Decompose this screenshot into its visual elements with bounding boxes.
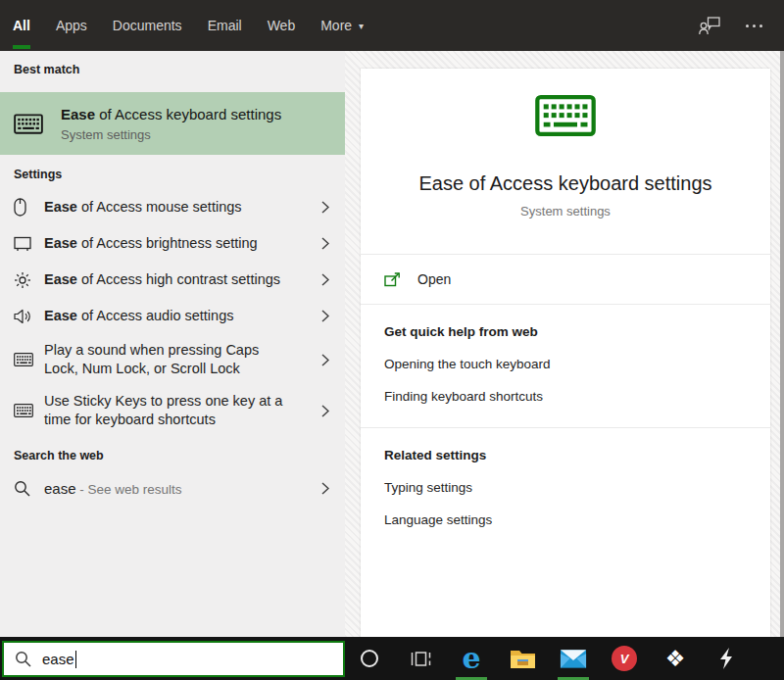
task-view-icon[interactable] bbox=[407, 637, 434, 680]
lightning-icon[interactable] bbox=[712, 637, 740, 680]
flyout-right-edge bbox=[780, 51, 784, 637]
contrast-sun-icon bbox=[14, 271, 37, 289]
preview-hero: Ease of Access keyboard settings System … bbox=[361, 69, 770, 254]
open-label: Open bbox=[417, 271, 451, 287]
result-play-sound-lock-keys[interactable]: Play a sound when pressing Caps Lock, Nu… bbox=[0, 334, 345, 385]
related-settings-header: Related settings bbox=[384, 448, 747, 462]
result-label: Play a sound when pressing Caps Lock, Nu… bbox=[44, 336, 289, 383]
tabs: All Apps Documents Email Web More ▾ bbox=[0, 0, 376, 51]
active-tab-underline bbox=[13, 45, 30, 49]
related-link-language-settings[interactable]: Language settings bbox=[384, 512, 747, 527]
result-label: Ease of Access high contrast settings bbox=[44, 266, 280, 294]
result-label-rest: of Access high contrast settings bbox=[77, 271, 280, 287]
search-flyout: Best match Ease of Access keyboard setti… bbox=[0, 51, 784, 637]
tab-apps[interactable]: Apps bbox=[43, 0, 100, 51]
tab-web-label: Web bbox=[268, 18, 296, 33]
file-explorer-icon[interactable] bbox=[509, 637, 536, 680]
expressvpn-glyph: V bbox=[620, 652, 629, 666]
preview-panel: Ease of Access keyboard settings System … bbox=[345, 51, 784, 637]
keyboard-icon bbox=[535, 94, 596, 137]
result-label: Ease of Access brightness setting bbox=[44, 229, 258, 258]
dropbox-icon[interactable]: ❖ bbox=[662, 637, 689, 680]
chevron-right-icon bbox=[321, 405, 329, 417]
result-label-rest: Use Sticky Keys to press one key at a ti… bbox=[44, 393, 282, 427]
tab-documents[interactable]: Documents bbox=[100, 0, 195, 51]
result-ease-of-access-mouse-settings[interactable]: Ease of Access mouse settings bbox=[0, 189, 345, 225]
open-action[interactable]: Open bbox=[361, 255, 770, 304]
tab-documents-label: Documents bbox=[113, 18, 182, 33]
best-match-subtitle: System settings bbox=[61, 127, 281, 142]
tab-more-label: More bbox=[320, 18, 352, 33]
best-match-header: Best match bbox=[0, 51, 345, 84]
result-sticky-keys[interactable]: Use Sticky Keys to press one key at a ti… bbox=[0, 385, 345, 436]
tab-all[interactable]: All bbox=[0, 0, 43, 51]
best-match-result[interactable]: Ease of Access keyboard settings System … bbox=[0, 92, 345, 155]
tab-all-label: All bbox=[13, 18, 30, 33]
edge-glyph: e bbox=[462, 644, 480, 673]
chevron-right-icon bbox=[321, 273, 329, 286]
search-input-value: ease bbox=[42, 651, 74, 667]
web-search-label: ease - See web results bbox=[44, 474, 182, 504]
result-ease-of-access-brightness-setting[interactable]: Ease of Access brightness setting bbox=[0, 225, 345, 262]
ellipsis-menu-icon[interactable] bbox=[746, 24, 762, 27]
cortana-icon[interactable] bbox=[356, 637, 383, 680]
chevron-right-icon bbox=[321, 201, 329, 214]
result-label-rest: of Access audio settings bbox=[77, 308, 234, 323]
result-label-rest: Play a sound when pressing Caps Lock, Nu… bbox=[44, 342, 259, 376]
dropbox-glyph: ❖ bbox=[665, 648, 686, 670]
chevron-right-icon bbox=[321, 310, 329, 322]
quick-help-section: Get quick help from web Opening the touc… bbox=[361, 305, 770, 427]
chevron-down-icon: ▾ bbox=[359, 21, 364, 31]
open-external-icon bbox=[384, 272, 401, 287]
result-label-bold: Ease bbox=[44, 199, 77, 215]
search-tab-bar: All Apps Documents Email Web More ▾ bbox=[0, 0, 784, 51]
edge-icon[interactable]: e bbox=[458, 637, 485, 680]
settings-header: Settings bbox=[0, 155, 345, 189]
results-panel: Best match Ease of Access keyboard setti… bbox=[0, 51, 345, 637]
preview-title: Ease of Access keyboard settings bbox=[361, 172, 770, 195]
keyboard-icon bbox=[14, 404, 37, 417]
tab-email[interactable]: Email bbox=[195, 0, 255, 51]
mouse-icon bbox=[14, 198, 37, 217]
result-label: Use Sticky Keys to press one key at a ti… bbox=[44, 387, 289, 434]
result-label: Ease of Access mouse settings bbox=[44, 193, 242, 221]
mail-icon[interactable] bbox=[560, 637, 587, 680]
text-caret bbox=[75, 651, 76, 668]
monitor-icon bbox=[14, 236, 37, 252]
best-match-text: Ease of Access keyboard settings System … bbox=[61, 106, 281, 142]
tab-more[interactable]: More ▾ bbox=[308, 0, 376, 51]
result-label-bold: Ease bbox=[44, 271, 77, 287]
taskbar-icons: e V ❖ bbox=[356, 637, 763, 680]
result-label-bold: Ease bbox=[44, 235, 77, 251]
tab-email-label: Email bbox=[208, 18, 242, 33]
preview-subtitle: System settings bbox=[361, 204, 770, 254]
search-icon bbox=[15, 651, 31, 667]
help-link-keyboard-shortcuts[interactable]: Finding keyboard shortcuts bbox=[384, 389, 747, 404]
result-ease-of-access-high-contrast-settings[interactable]: Ease of Access high contrast settings bbox=[0, 262, 345, 298]
chevron-right-icon bbox=[321, 354, 329, 366]
result-label-bold: Ease bbox=[44, 308, 77, 323]
feedback-icon[interactable] bbox=[699, 17, 720, 35]
best-match-title-bold: Ease bbox=[61, 106, 95, 122]
preview-card: Ease of Access keyboard settings System … bbox=[361, 69, 770, 637]
keyboard-icon bbox=[14, 114, 43, 134]
related-link-typing-settings[interactable]: Typing settings bbox=[384, 480, 747, 495]
result-label: Ease of Access audio settings bbox=[44, 302, 233, 330]
best-match-title: Ease of Access keyboard settings bbox=[61, 106, 281, 122]
topbar-actions bbox=[699, 17, 762, 35]
search-icon bbox=[14, 480, 37, 497]
chevron-right-icon bbox=[321, 482, 329, 495]
help-link-touch-keyboard[interactable]: Opening the touch keyboard bbox=[384, 357, 747, 371]
result-ease-of-access-audio-settings[interactable]: Ease of Access audio settings bbox=[0, 298, 345, 334]
tab-apps-label: Apps bbox=[56, 18, 87, 33]
result-web-search[interactable]: ease - See web results bbox=[0, 470, 345, 507]
tab-web[interactable]: Web bbox=[255, 0, 309, 51]
keyboard-icon bbox=[14, 353, 37, 366]
quick-help-header: Get quick help from web bbox=[384, 324, 747, 339]
speaker-icon bbox=[14, 309, 37, 324]
web-search-query: ease bbox=[44, 480, 76, 497]
web-search-suffix: - See web results bbox=[76, 482, 182, 497]
taskbar-search-input[interactable]: ease bbox=[2, 641, 345, 677]
expressvpn-icon[interactable]: V bbox=[611, 637, 638, 680]
taskbar: ease e bbox=[0, 637, 784, 680]
